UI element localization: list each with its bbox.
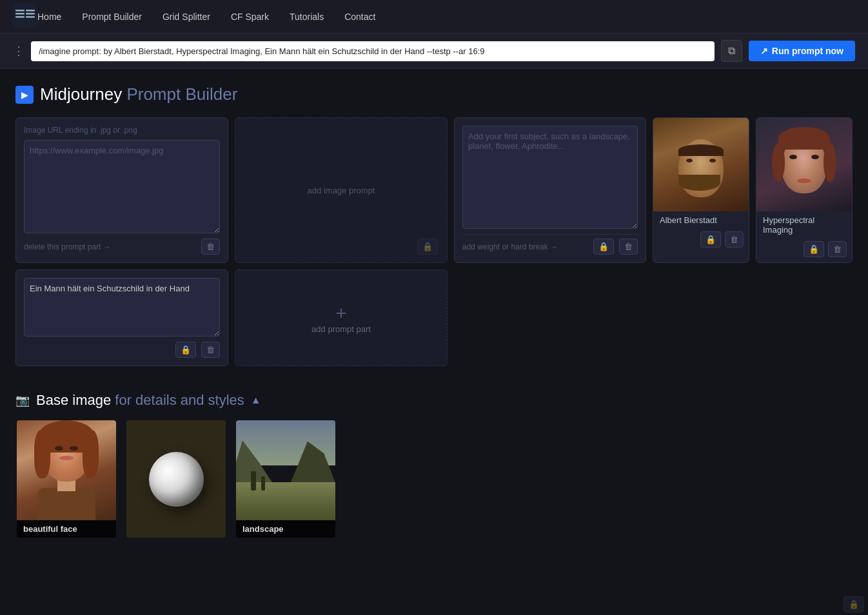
hyperspectral-card: Hyperspectral Imaging 🔒 🗑 [756,117,853,263]
run-label: Run prompt now [772,46,843,56]
albert-face [678,139,724,197]
base-image-heading: Base image for details and styles [36,392,244,409]
text-footer: 🔒 🗑 [24,342,220,358]
svg-rect-0 [13,3,37,28]
base-images-grid: beautiful face sphere [15,419,853,539]
image-url-input-1[interactable] [24,140,220,233]
add-lock-btn[interactable]: 🔒 [843,596,864,612]
copy-button[interactable]: ⧉ [721,40,742,62]
svg-rect-4 [26,10,35,12]
image-url-card-1: Image URL ending in .jpg or .png delete … [15,117,228,263]
albert-lock-btn[interactable]: 🔒 [700,231,721,248]
sphere-label: sphere [126,538,226,539]
svg-rect-6 [26,16,35,18]
weight-row: add weight or hard break → 🔒 🗑 [462,234,638,255]
face-label: beautiful face [17,520,116,538]
text-content-card: Ein Mann hält ein Schutzschild in der Ha… [15,269,228,366]
albert-image [653,118,749,211]
svg-rect-5 [26,13,35,15]
add-prompt-label: add prompt part [311,324,371,334]
nav-tutorials[interactable]: Tutorials [290,12,324,22]
text-delete-btn[interactable]: 🗑 [201,342,220,358]
run-icon: ↗ [760,46,768,56]
landscape-label: landscape [236,520,335,538]
sphere-ball [149,452,204,507]
page-title: Midjourney Prompt Builder [40,84,237,104]
nav-contact[interactable]: Contact [344,12,375,22]
nav-prompt-builder[interactable]: Prompt Builder [82,12,142,22]
weight-lock-btn[interactable]: 🔒 [593,239,614,255]
add-prompt-card[interactable]: + add prompt part 🔒 [235,269,448,366]
nav-grid-splitter[interactable]: Grid Splitter [163,12,210,22]
prompt-bar: ⋮ ⧉ ↗ Run prompt now [0,34,868,69]
svg-rect-3 [15,16,25,18]
run-button[interactable]: ↗ Run prompt now [749,41,855,61]
chevron-icon[interactable]: ▲ [251,395,261,406]
main-content: ▶ Midjourney Prompt Builder Image URL en… [0,69,868,554]
albert-bierstadt-card: Albert Bierstadt 🔒 🗑 [653,117,749,263]
sphere-visual [126,420,226,538]
section-title: ▶ Midjourney Prompt Builder [15,84,853,104]
nav-cf-spark[interactable]: CF Spark [231,12,269,22]
text-content-input[interactable]: Ein Mann hält ein Schutzschild in der Ha… [24,278,220,337]
base-image-title: 📷 Base image for details and styles ▲ [15,392,853,409]
base-image-sphere[interactable]: sphere [125,419,227,539]
card-footer-1: delete this prompt part → 🗑 [24,239,220,255]
text-lock-btn[interactable]: 🔒 [175,342,196,358]
subject-input[interactable] [462,126,638,229]
hyper-face [782,137,827,193]
prompt-input[interactable] [31,41,715,61]
svg-rect-2 [15,13,25,15]
hyperspectral-delete-btn[interactable]: 🗑 [828,241,847,257]
add-image-prompt-label: add image prompt [308,186,375,195]
base-image-face[interactable]: beautiful face [15,419,117,539]
svg-rect-1 [15,10,25,12]
add-plus-icon: + [335,302,347,324]
hyperspectral-lock-btn[interactable]: 🔒 [804,241,824,257]
prompt-menu-icon[interactable]: ⋮ [13,44,25,58]
hyperspectral-label: Hyperspectral Imaging [756,211,852,239]
base-image-landscape[interactable]: landscape [235,419,337,539]
base-image-section: 📷 Base image for details and styles ▲ [15,392,853,539]
camera-icon: 📷 [15,393,30,407]
lock-btn-2[interactable]: 🔒 [417,239,438,255]
nav-logo [13,3,37,30]
nav-links: Home Prompt Builder Grid Splitter CF Spa… [37,12,375,22]
image-url-label-1: Image URL ending in .jpg or .png [24,126,220,135]
add-weight-label: add weight or hard break → [462,242,588,251]
nav-home[interactable]: Home [37,12,61,22]
subject-card: add weight or hard break → 🔒 🗑 [454,117,646,263]
albert-beard [678,175,720,191]
albert-label: Albert Bierstadt [653,211,749,229]
title-icon: ▶ [15,86,34,104]
add-image-prompt-card[interactable]: add image prompt 🔒 [235,117,448,263]
weight-delete-btn[interactable]: 🗑 [619,239,638,255]
hyperspectral-footer: 🔒 🗑 [756,239,852,262]
prompt-grid: Image URL ending in .jpg or .png delete … [15,117,853,366]
albert-delete-btn[interactable]: 🗑 [725,231,744,248]
delete-btn-1[interactable]: 🗑 [201,239,220,255]
hyper-image [756,118,852,211]
delete-link-1[interactable]: delete this prompt part → [24,242,111,251]
albert-footer: 🔒 🗑 [653,229,749,253]
navbar: Home Prompt Builder Grid Splitter CF Spa… [0,0,868,34]
